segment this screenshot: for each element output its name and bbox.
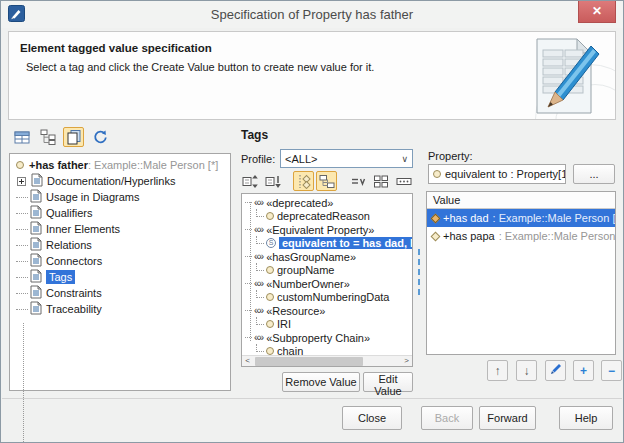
- stereotype-icon: «»: [254, 251, 263, 262]
- scrollbar-thumb[interactable]: [255, 357, 363, 366]
- property-diamond-icon: [431, 231, 441, 241]
- tag-node[interactable]: groupName: [242, 264, 412, 278]
- sidebar-item-label: Inner Elements: [46, 223, 120, 235]
- stereotype-label: «Resource»: [266, 305, 325, 317]
- tags-toolbar: [239, 171, 414, 191]
- title-bar[interactable]: Specification of Property has father ✕: [1, 1, 623, 28]
- value-row-selected[interactable]: +has dad : Example::Male Person [1]...: [427, 209, 615, 227]
- delete-value-icon[interactable]: [262, 171, 283, 191]
- flat-list-icon[interactable]: [393, 171, 414, 191]
- tree-guide-line: [23, 323, 24, 443]
- back-button[interactable]: Back: [421, 406, 473, 430]
- stereotype-node[interactable]: «» «Equivalent Property»: [242, 223, 412, 237]
- move-up-button[interactable]: ↑: [487, 360, 508, 381]
- sidebar-item-label-selected: Tags: [46, 270, 75, 284]
- down-arrow-icon: ↓: [524, 364, 530, 378]
- add-value-button[interactable]: +: [573, 360, 594, 381]
- close-button[interactable]: ✕: [578, 1, 616, 23]
- move-down-button[interactable]: ↓: [516, 360, 537, 381]
- stereotype-icon: «»: [254, 305, 263, 316]
- tag-label: IRI: [277, 318, 291, 330]
- left-toolbar: [11, 127, 110, 147]
- panel-splitter[interactable]: [418, 249, 420, 295]
- sidebar-item-qualifiers[interactable]: Qualifiers: [10, 205, 230, 221]
- value-list-header: Value: [427, 192, 615, 209]
- tag-node[interactable]: customNumberingData: [242, 291, 412, 305]
- stereotype-node[interactable]: «» «Resource»: [242, 304, 412, 318]
- slot-label-selected: equivalent to = has dad, has: [279, 237, 413, 249]
- sidebar-item-connectors[interactable]: Connectors: [10, 253, 230, 269]
- remove-value-button[interactable]: Remove Value: [282, 372, 360, 392]
- category-doc-icon: [30, 205, 42, 221]
- horizontal-scrollbar[interactable]: < >: [242, 355, 412, 366]
- tag-icon: [266, 293, 274, 301]
- category-doc-icon: [30, 237, 42, 253]
- stereotype-icon: «»: [254, 224, 263, 235]
- sidebar-item-inner-elements[interactable]: Inner Elements: [10, 221, 230, 237]
- slot-node-selected[interactable]: S equivalent to = has dad, has: [242, 237, 412, 251]
- expand-icon[interactable]: [17, 177, 26, 186]
- property-field[interactable]: equivalent to : Property[1...: [428, 164, 566, 184]
- sidebar-item-label: Connectors: [46, 255, 102, 267]
- tag-icon: [266, 212, 274, 220]
- property-diamond-icon: [431, 213, 441, 223]
- sidebar-item-label: Qualifiers: [46, 207, 92, 219]
- tag-icon: [266, 266, 274, 274]
- structure-view-icon[interactable]: [37, 127, 58, 147]
- stereotype-icon: «»: [254, 278, 263, 289]
- scroll-left-icon[interactable]: <: [242, 356, 253, 366]
- value-type: : Example::Male Person [..: [499, 230, 615, 242]
- header-subtitle: Select a tag and click the Create Value …: [26, 61, 374, 73]
- forward-button[interactable]: Forward: [479, 406, 536, 430]
- browse-property-button[interactable]: ...: [573, 164, 615, 184]
- show-values-icon[interactable]: [347, 171, 368, 191]
- tag-node[interactable]: deprecatedReason: [242, 210, 412, 224]
- tag-node[interactable]: IRI: [242, 318, 412, 332]
- help-button[interactable]: Help: [559, 406, 613, 430]
- specification-tree: +has father : Example::Male Person [*] D…: [9, 153, 231, 391]
- stereotype-node[interactable]: «» «hasGroupName»: [242, 250, 412, 264]
- edit-button[interactable]: [545, 360, 566, 381]
- header-title: Element tagged value specification: [20, 42, 212, 54]
- sidebar-item-traceability[interactable]: Traceability: [10, 301, 230, 317]
- stereotype-node[interactable]: «» «Subproperty Chain»: [242, 331, 412, 345]
- stereotype-node[interactable]: «» «NumberOwner»: [242, 277, 412, 291]
- stereotype-node[interactable]: «» «deprecated»: [242, 196, 412, 210]
- tree-root-item[interactable]: +has father : Example::Male Person [*]: [10, 157, 230, 173]
- tree-mode-icon[interactable]: [293, 171, 314, 191]
- property-value: equivalent to : Property[1...: [445, 168, 566, 180]
- group-by-profile-icon[interactable]: [316, 171, 337, 191]
- table-view-icon[interactable]: [11, 127, 32, 147]
- tag-label: customNumberingData: [277, 291, 390, 303]
- category-doc-icon: [30, 301, 42, 317]
- tag-icon: [266, 320, 274, 328]
- scroll-right-icon[interactable]: >: [401, 356, 412, 366]
- edit-value-button[interactable]: Edit Value: [363, 372, 413, 392]
- value-row[interactable]: +has papa : Example::Male Person [..: [427, 227, 615, 245]
- grid-view-icon[interactable]: [370, 171, 391, 191]
- footer-separator: [2, 398, 622, 399]
- plus-icon: +: [580, 364, 587, 378]
- stereotype-label: «Equivalent Property»: [266, 224, 374, 236]
- pencil-icon: [550, 363, 562, 378]
- sidebar-item-usage[interactable]: Usage in Diagrams: [10, 189, 230, 205]
- profile-label: Profile:: [241, 153, 275, 165]
- profile-select[interactable]: <ALL> ∨: [280, 149, 413, 168]
- profile-selected-value: <ALL>: [285, 153, 401, 165]
- tree-root-type: : Example::Male Person [*]: [88, 159, 218, 171]
- value-name: +has dad: [443, 212, 489, 224]
- create-value-icon[interactable]: [239, 171, 260, 191]
- sidebar-item-constraints[interactable]: Constraints: [10, 285, 230, 301]
- up-arrow-icon: ↑: [495, 364, 501, 378]
- tree-root-name: +has father: [29, 159, 88, 171]
- refresh-icon[interactable]: [89, 127, 110, 147]
- remove-value-mini-button[interactable]: −: [601, 360, 622, 381]
- category-doc-icon: [30, 285, 42, 301]
- sidebar-item-tags[interactable]: Tags: [10, 269, 230, 285]
- close-dialog-button[interactable]: Close: [342, 406, 402, 430]
- pages-view-icon[interactable]: [63, 127, 84, 147]
- sidebar-item-relations[interactable]: Relations: [10, 237, 230, 253]
- sidebar-item-documentation[interactable]: Documentation/Hyperlinks: [10, 173, 230, 189]
- tag-label: deprecatedReason: [277, 210, 370, 222]
- stereotype-label: «NumberOwner»: [266, 278, 350, 290]
